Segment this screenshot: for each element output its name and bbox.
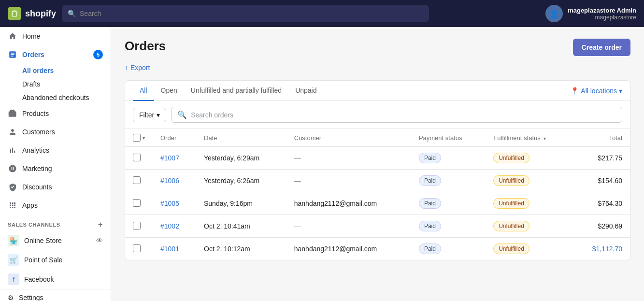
table-row: #1007 Yesterday, 6:29am — Paid Unfulfill…	[125, 147, 630, 170]
sidebar-item-home[interactable]: Home	[0, 27, 111, 45]
row-checkbox-cell	[125, 192, 153, 215]
row-checkbox[interactable]	[133, 244, 141, 252]
tab-unpaid[interactable]: Unpaid	[288, 81, 323, 101]
pos-label: Point of Sale	[24, 256, 62, 264]
th-fulfillment-status: Fulfillment status ▾	[486, 129, 572, 147]
orders-table: ▾ Order Date Customer Payment status Ful…	[125, 129, 630, 260]
row-fulfillment-status: Unfulfilled	[486, 147, 572, 170]
abandoned-label: Abandoned checkouts	[22, 94, 89, 101]
facebook-icon: f	[8, 273, 19, 285]
sidebar-label-apps: Apps	[22, 201, 38, 209]
row-fulfillment-status: Unfulfilled	[486, 170, 572, 192]
search-orders-input[interactable]	[191, 111, 616, 119]
row-checkbox-cell	[125, 147, 153, 170]
sales-channels-section: SALES CHANNELS +	[0, 215, 111, 231]
search-orders-container[interactable]: 🔍	[171, 107, 622, 123]
order-link[interactable]: #1007	[160, 154, 179, 162]
shopify-bag-icon	[8, 7, 21, 20]
row-checkbox[interactable]	[133, 199, 141, 207]
sidebar-subitem-abandoned[interactable]: Abandoned checkouts	[0, 91, 111, 104]
search-icon: 🔍	[68, 10, 76, 17]
sidebar-item-products[interactable]: Products	[0, 104, 111, 123]
row-order-id: #1002	[153, 215, 196, 238]
search-input[interactable]	[80, 10, 423, 17]
order-link[interactable]: #1002	[160, 222, 179, 230]
row-payment-status: Paid	[411, 238, 486, 260]
store-icon: 🏪	[8, 235, 19, 246]
row-checkbox[interactable]	[133, 154, 141, 161]
sidebar-item-marketing[interactable]: Marketing	[0, 159, 111, 178]
row-customer: hanhdang2112@gmail.com	[286, 192, 411, 215]
row-date: Oct 2, 10:12am	[196, 238, 286, 260]
discounts-icon	[8, 182, 17, 192]
row-fulfillment-status: Unfulfilled	[486, 238, 572, 260]
tab-all[interactable]: All	[133, 81, 154, 101]
top-navigation: shopify 🔍 👤 mageplazastore Admin magepla…	[0, 0, 644, 27]
sidebar-subitem-all-orders[interactable]: All orders	[0, 64, 111, 77]
sidebar-label-marketing: Marketing	[22, 165, 52, 172]
row-payment-status: Paid	[411, 192, 486, 215]
order-link[interactable]: #1006	[160, 177, 179, 185]
orders-badge: 5	[93, 50, 103, 59]
sidebar-item-apps[interactable]: Apps	[0, 196, 111, 215]
sidebar-label-orders: Orders	[22, 51, 44, 58]
row-customer: —	[286, 215, 411, 238]
fulfillment-badge: Unfulfilled	[493, 244, 530, 254]
sidebar-channel-pos[interactable]: 🛒 Point of Sale	[0, 250, 111, 270]
select-caret-icon[interactable]: ▾	[143, 135, 145, 141]
row-checkbox[interactable]	[133, 222, 141, 229]
row-date: Yesterday, 6:26am	[196, 170, 286, 192]
fulfillment-badge: Unfulfilled	[493, 153, 530, 163]
add-channel-icon[interactable]: +	[98, 220, 103, 229]
fulfillment-badge: Unfulfilled	[493, 175, 530, 186]
user-area: 👤 mageplazastore Admin mageplazastore	[545, 5, 636, 22]
marketing-icon	[8, 164, 17, 173]
user-name: mageplazastore Admin	[568, 7, 636, 14]
table-row: #1006 Yesterday, 6:26am — Paid Unfulfill…	[125, 170, 630, 192]
sidebar-channel-online-store[interactable]: 🏪 Online Store 👁	[0, 231, 111, 250]
facebook-label: Facebook	[24, 275, 54, 283]
shopify-logo[interactable]: shopify	[8, 7, 56, 20]
avatar[interactable]: 👤	[545, 5, 563, 22]
eye-icon[interactable]: 👁	[96, 237, 103, 244]
row-date: Oct 2, 10:41am	[196, 215, 286, 238]
sidebar-label-analytics: Analytics	[22, 146, 49, 154]
user-store: mageplazastore	[568, 14, 636, 21]
payment-badge: Paid	[419, 198, 441, 209]
row-total: $1,112.70	[572, 238, 630, 260]
search-orders-icon: 🔍	[177, 110, 187, 119]
sidebar-item-orders[interactable]: Orders 5	[0, 45, 111, 64]
row-payment-status: Paid	[411, 170, 486, 192]
filter-button[interactable]: Filter ▾	[133, 108, 166, 122]
sidebar-item-discounts[interactable]: Discounts	[0, 178, 111, 196]
main-content: Orders Create order ↑ Export All Open Un…	[111, 27, 644, 301]
th-customer: Customer	[286, 129, 411, 147]
sidebar-label-customers: Customers	[22, 128, 55, 136]
tab-open[interactable]: Open	[154, 81, 184, 101]
order-link[interactable]: #1005	[160, 200, 179, 207]
sidebar-item-analytics[interactable]: Analytics	[0, 141, 111, 159]
sidebar-item-settings[interactable]: ⚙ Settings	[0, 289, 111, 301]
search-bar[interactable]: 🔍	[62, 5, 429, 22]
filter-label: Filter	[139, 111, 154, 119]
select-all-checkbox[interactable]	[133, 134, 141, 142]
order-link[interactable]: #1001	[160, 245, 179, 253]
drafts-label: Drafts	[22, 80, 40, 88]
sidebar-item-customers[interactable]: Customers	[0, 123, 111, 141]
export-button[interactable]: ↑ Export	[125, 64, 150, 72]
sidebar-label-products: Products	[22, 110, 49, 117]
row-total: $764.30	[572, 192, 630, 215]
create-order-button[interactable]: Create order	[573, 39, 630, 56]
sidebar-subitem-drafts[interactable]: Drafts	[0, 77, 111, 91]
location-filter[interactable]: 📍 All locations ▾	[571, 83, 622, 99]
row-order-id: #1001	[153, 238, 196, 260]
row-fulfillment-status: Unfulfilled	[486, 192, 572, 215]
products-icon	[8, 109, 17, 118]
sort-icon[interactable]: ▾	[544, 136, 546, 141]
row-checkbox-cell	[125, 170, 153, 192]
row-checkbox[interactable]	[133, 176, 141, 184]
sidebar-channel-facebook[interactable]: f Facebook	[0, 270, 111, 289]
row-order-id: #1006	[153, 170, 196, 192]
all-orders-label: All orders	[22, 67, 54, 74]
tab-unfulfilled[interactable]: Unfulfilled and partially fulfilled	[184, 81, 288, 101]
